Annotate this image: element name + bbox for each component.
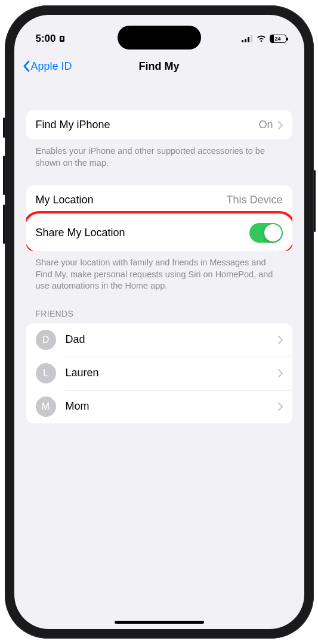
page-title: Find My	[139, 60, 180, 73]
home-indicator[interactable]	[115, 621, 204, 624]
dynamic-island	[118, 26, 201, 49]
device-frame: 5:00	[5, 5, 314, 639]
friends-header: FRIENDS	[26, 292, 292, 323]
share-my-location-toggle[interactable]	[249, 223, 283, 243]
power-button	[314, 170, 316, 232]
back-label: Apple ID	[31, 60, 72, 73]
friend-row[interactable]: L Lauren	[26, 357, 292, 390]
location-group: My Location This Device Share My Locatio…	[26, 185, 292, 251]
svg-point-1	[61, 37, 63, 39]
screen: 5:00	[14, 15, 304, 629]
friend-row[interactable]: M Mom	[26, 390, 292, 423]
avatar: D	[36, 330, 56, 350]
battery-indicator: 24	[270, 35, 286, 43]
mute-switch	[3, 117, 5, 138]
wifi-icon	[256, 35, 267, 42]
find-my-iphone-footer: Enables your iPhone and other supported …	[26, 140, 292, 169]
svg-rect-5	[248, 37, 249, 42]
find-my-iphone-label: Find My iPhone	[36, 119, 110, 131]
volume-down-button	[3, 205, 5, 244]
content: Find My iPhone On Enables your iPhone an…	[14, 80, 304, 423]
navigation-bar: Apple ID Find My	[14, 52, 304, 80]
share-my-location-label: Share My Location	[36, 227, 125, 239]
friend-row[interactable]: D Dad	[26, 323, 292, 357]
avatar: L	[36, 363, 56, 383]
status-time: 5:00	[36, 33, 56, 45]
chevron-right-icon	[278, 121, 283, 129]
friend-name: Dad	[66, 333, 268, 346]
friend-name: Mom	[66, 400, 268, 413]
volume-up-button	[3, 156, 5, 195]
cellular-signal-icon	[242, 35, 253, 42]
find-my-iphone-row[interactable]: Find My iPhone On	[26, 110, 292, 140]
friends-group: D Dad L Lauren M Mom	[26, 323, 292, 423]
back-button[interactable]: Apple ID	[23, 60, 72, 73]
chevron-right-icon	[278, 369, 283, 377]
my-location-label: My Location	[36, 194, 94, 206]
share-location-footer: Share your location with family and frie…	[26, 251, 292, 292]
chevron-right-icon	[278, 402, 283, 411]
my-location-value: This Device	[226, 194, 282, 206]
chevron-left-icon	[23, 60, 30, 72]
share-my-location-row: Share My Location	[26, 215, 292, 251]
chevron-right-icon	[278, 336, 283, 344]
avatar: M	[36, 397, 56, 417]
my-location-row[interactable]: My Location This Device	[26, 185, 292, 215]
find-my-iphone-group: Find My iPhone On	[26, 110, 292, 140]
find-my-iphone-value: On	[258, 119, 273, 131]
svg-rect-2	[61, 38, 63, 40]
portrait-lock-icon	[58, 35, 66, 42]
friend-name: Lauren	[66, 367, 268, 379]
svg-rect-6	[251, 35, 252, 42]
svg-rect-4	[245, 39, 246, 42]
svg-rect-3	[242, 40, 243, 42]
